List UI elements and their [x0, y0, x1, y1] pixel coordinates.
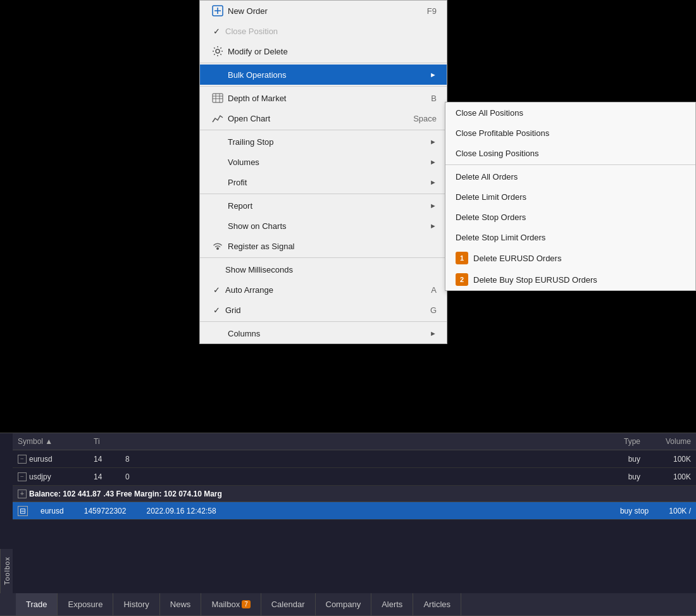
menu-item-depth-of-market[interactable]: Depth of Market B — [200, 88, 447, 108]
menu-label-delete-stop-limit: Delete Stop Limit Orders — [456, 233, 545, 242]
trade-table: Symbol ▲ Ti Type Volume − eurusd 14 8 bu… — [13, 433, 696, 520]
arrow-show-charts: ► — [430, 222, 437, 230]
check-close-position: ✓ — [210, 27, 223, 36]
tabs-bar: Trade Exposure History News Mailbox 7 Ca… — [0, 593, 696, 616]
divider-5 — [200, 257, 447, 258]
menu-label-delete-stop: Delete Stop Orders — [456, 213, 526, 222]
gear-icon — [210, 46, 225, 57]
menu-item-delete-stop-limit[interactable]: Delete Stop Limit Orders — [445, 227, 695, 247]
tab-trade-label: Trade — [26, 600, 47, 609]
menu-item-report[interactable]: Report ► — [200, 195, 447, 216]
new-order-icon — [210, 5, 225, 16]
selected-symbol: eurusd — [40, 507, 64, 515]
menu-label-profit: Profit — [228, 178, 247, 187]
menu-label-auto-arrange: Auto Arrange — [225, 285, 273, 295]
menu-label-close-position: Close Position — [225, 27, 278, 36]
badge-buy-stop-eurusd: 2 — [456, 273, 468, 286]
menu-label-columns: Columns — [228, 329, 260, 338]
row1-ti: 14 — [89, 453, 120, 465]
menu-item-new-order[interactable]: New Order F9 — [200, 1, 447, 21]
menu-item-register-signal[interactable]: Register as Signal — [200, 236, 447, 256]
menu-item-delete-eurusd[interactable]: 1 Delete EURUSD Orders — [445, 247, 695, 269]
menu-item-open-chart[interactable]: Open Chart Space — [200, 108, 447, 128]
menu-label-bulk-operations: Bulk Operations — [228, 70, 287, 80]
tab-mailbox[interactable]: Mailbox 7 — [201, 593, 261, 615]
tab-news[interactable]: News — [160, 593, 202, 615]
col-header-type: Type — [582, 436, 645, 447]
selected-table-row[interactable]: ⊟ eurusd 1459722302 2022.09.16 12:42:58 … — [13, 502, 696, 520]
row1-symbol: − eurusd — [13, 453, 89, 465]
left-context-menu: New Order F9 ✓ Close Position Modify or … — [199, 0, 447, 344]
selected-volume: 100K / — [669, 507, 691, 515]
tab-calendar[interactable]: Calendar — [261, 593, 316, 615]
menu-item-show-on-charts[interactable]: Show on Charts ► — [200, 216, 447, 236]
plus-icon[interactable]: + — [18, 490, 27, 498]
row1-type: buy — [582, 453, 645, 465]
svg-rect-4 — [213, 94, 223, 102]
tab-articles[interactable]: Articles — [413, 593, 461, 615]
arrow-volumes: ► — [430, 158, 437, 166]
menu-item-profit[interactable]: Profit ► — [200, 172, 447, 192]
mailbox-badge: 7 — [242, 600, 251, 608]
divider-1 — [200, 63, 447, 63]
menu-label-show-on-charts: Show on Charts — [228, 221, 287, 231]
shortcut-auto-arrange: A — [431, 285, 437, 295]
badge-eurusd: 1 — [456, 252, 468, 264]
divider-3 — [200, 130, 447, 130]
arrow-columns: ► — [430, 330, 437, 337]
tab-company[interactable]: Company — [316, 593, 372, 615]
arrow-report: ► — [430, 202, 437, 209]
menu-label-modify-delete: Modify or Delete — [228, 47, 288, 56]
balance-row: + Balance: 102 441.87 .43 Free Margin: 1… — [13, 486, 696, 502]
table-row[interactable]: − usdjpy 14 0 buy 100K — [13, 468, 696, 486]
col-header-symbol: Symbol ▲ — [13, 436, 89, 447]
arrow-trailing: ► — [430, 138, 437, 145]
table-row[interactable]: − eurusd 14 8 buy 100K — [13, 450, 696, 468]
tab-history[interactable]: History — [113, 593, 159, 615]
tab-trade[interactable]: Trade — [16, 593, 58, 615]
tab-mailbox-label: Mailbox — [211, 600, 240, 609]
menu-item-columns[interactable]: Columns ► — [200, 323, 447, 343]
tab-articles-label: Articles — [423, 600, 451, 609]
menu-item-volumes[interactable]: Volumes ► — [200, 152, 447, 172]
menu-item-grid[interactable]: ✓ Grid G — [200, 300, 447, 320]
menu-item-delete-all-orders[interactable]: Delete All Orders — [445, 166, 695, 187]
divider-4 — [200, 194, 447, 194]
menu-item-close-all[interactable]: Close All Positions — [445, 102, 695, 123]
table-header: Symbol ▲ Ti Type Volume — [13, 433, 696, 450]
depth-icon — [210, 93, 225, 103]
shortcut-new-order: F9 — [427, 6, 437, 16]
balance-extra: .43 Free Margin: 102 074.10 Marg — [103, 490, 221, 498]
menu-item-close-losing[interactable]: Close Losing Positions — [445, 143, 695, 163]
minus-icon-1[interactable]: − — [18, 455, 27, 464]
menu-item-show-milliseconds[interactable]: Show Milliseconds — [200, 259, 447, 280]
selected-ticket: 1459722302 — [84, 507, 127, 515]
bottom-panel: Symbol ▲ Ti Type Volume − eurusd 14 8 bu… — [0, 433, 696, 616]
menu-label-close-all: Close All Positions — [456, 108, 523, 118]
divider-2 — [200, 86, 447, 87]
tab-alerts[interactable]: Alerts — [371, 593, 413, 615]
menu-item-bulk-operations[interactable]: Bulk Operations ► — [200, 65, 447, 85]
menu-item-trailing-stop[interactable]: Trailing Stop ► — [200, 132, 447, 152]
check-auto-arrange: ✓ — [210, 285, 223, 295]
svg-point-3 — [216, 49, 220, 53]
menu-label-open-chart: Open Chart — [228, 114, 270, 123]
menu-item-modify-delete[interactable]: Modify or Delete — [200, 41, 447, 61]
minus-icon-2[interactable]: − — [18, 472, 27, 481]
check-milliseconds — [210, 265, 223, 274]
menu-item-auto-arrange[interactable]: ✓ Auto Arrange A — [200, 280, 447, 300]
menu-item-close-position[interactable]: ✓ Close Position — [200, 21, 447, 41]
right-divider-1 — [445, 164, 695, 165]
menu-item-delete-limit[interactable]: Delete Limit Orders — [445, 187, 695, 207]
selected-row-icon: ⊟ — [18, 506, 28, 516]
chart-icon — [210, 113, 225, 123]
menu-item-delete-stop[interactable]: Delete Stop Orders — [445, 207, 695, 227]
row2-ti: 14 — [89, 471, 120, 483]
menu-label-depth: Depth of Market — [228, 94, 287, 103]
menu-item-close-profitable[interactable]: Close Profitable Positions — [445, 123, 695, 143]
toolbox-label[interactable]: Toolbox — [0, 549, 13, 593]
tab-exposure[interactable]: Exposure — [58, 593, 113, 615]
svg-point-9 — [216, 247, 219, 250]
row2-mid: 0 — [120, 471, 582, 483]
menu-item-delete-buy-stop-eurusd[interactable]: 2 Delete Buy Stop EURUSD Orders — [445, 269, 695, 290]
